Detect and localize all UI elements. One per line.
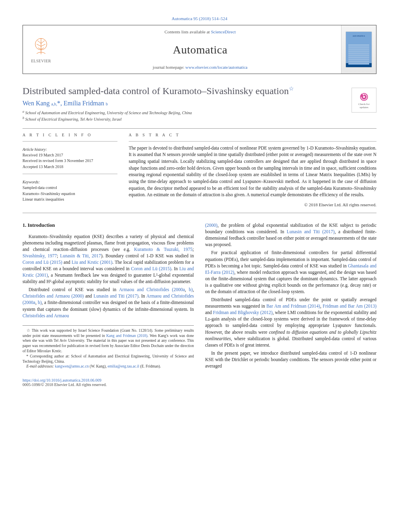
keyword-3: Linear matrix inequalities <box>23 197 117 203</box>
history-title: Article history: <box>23 147 117 152</box>
citation-link[interactable]: b) <box>189 287 193 292</box>
affiliation-a: a School of Automation and Electrical En… <box>23 109 352 116</box>
publisher-logo: ELSEVIER <box>23 25 59 74</box>
history-received: Received 19 March 2017 <box>23 152 117 158</box>
citation-link[interactable]: Kuramoto & Tsuzuki, 1975 <box>134 247 192 252</box>
affiliation-b: b School of Electrical Engineering, Tel … <box>23 116 352 122</box>
citation-link[interactable]: Sivashinsky, 1977 <box>23 253 57 258</box>
citation-link[interactable]: Coron and Lü (2015) <box>131 266 171 271</box>
citation-link[interactable]: Liu and Krstic (2001) <box>72 260 112 265</box>
abstract-text: The paper is devoted to distributed samp… <box>129 145 376 198</box>
abstract-column: A B S T R A C T The paper is devoted to … <box>129 133 376 207</box>
email-link[interactable]: emilia@eng.tau.ac.il <box>107 364 139 368</box>
footnote-correspondence: * Corresponding author at: School of Aut… <box>23 354 194 364</box>
citation-link[interactable]: Armaou and Christofides (2000a <box>119 287 185 292</box>
keywords-title: Keywords: <box>23 180 117 184</box>
homepage-link[interactable]: www.elsevier.com/locate/automatica <box>185 65 247 70</box>
paragraph: In the present paper, we introduce distr… <box>205 350 376 369</box>
section-heading: 1. Introduction <box>23 222 194 229</box>
citation-link[interactable]: b) <box>38 300 42 305</box>
divider <box>23 128 376 129</box>
copyright-line: © 2018 Elsevier Ltd. All rights reserved… <box>129 202 376 207</box>
citation-link[interactable]: Coron and Lü (2015) <box>23 260 62 265</box>
homepage-line: journal homepage: www.elsevier.com/locat… <box>153 65 248 70</box>
journal-banner: ELSEVIER Contents lists available at Sci… <box>23 25 376 74</box>
doi-link[interactable]: https://doi.org/10.1016/j.automatica.201… <box>23 378 101 382</box>
abstract-label: A B S T R A C T <box>129 133 376 137</box>
paragraph: For practical application of finite-dime… <box>205 249 376 295</box>
affiliations: a School of Automation and Electrical En… <box>23 109 352 123</box>
email-link[interactable]: kangwen@amss.ac.cn <box>55 364 88 368</box>
history-accepted: Accepted 13 March 2018 <box>23 164 117 170</box>
footnote-emails: E-mail addresses: kangwen@amss.ac.cn (W.… <box>23 364 194 369</box>
issn-line: 0005-1098/© 2018 Elsevier Ltd. All right… <box>23 382 376 387</box>
page-footer: https://doi.org/10.1016/j.automatica.201… <box>23 378 376 387</box>
publisher-name: ELSEVIER <box>31 59 51 63</box>
citation-link[interactable]: Fridman and Bar Am (2013) <box>323 304 376 308</box>
article-title-text: Distributed sampled-data control of Kura… <box>23 86 289 96</box>
updates-icon <box>358 91 370 103</box>
history-revised: Received in revised form 3 November 2017 <box>23 158 117 164</box>
paragraph: Kuramoto–Sivashinsky equation (KSE) desc… <box>23 233 194 285</box>
paragraph: Distributed sampled-data control of PDEs… <box>205 296 376 348</box>
article-info-column: A R T I C L E I N F O Article history: R… <box>23 133 117 207</box>
journal-name: Automatica <box>173 43 228 56</box>
keyword-2: Kuramoto–Sivashinsky equation <box>23 191 117 197</box>
citation-link[interactable]: Christofides and Armaou (2000) <box>23 294 84 298</box>
contents-prefix: Contents lists available at <box>165 29 211 34</box>
footnotes: ☆ This work was supported by Israel Scie… <box>23 325 194 370</box>
divider <box>23 213 376 213</box>
footnote-star: ☆ This work was supported by Israel Scie… <box>23 328 194 354</box>
body-text: 1. Introduction Kuramoto–Sivashinsky equ… <box>23 222 376 370</box>
article-info-label: A R T I C L E I N F O <box>23 133 117 137</box>
citation-link[interactable]: Lunasin and Titi (2017) <box>287 229 335 234</box>
citation-link[interactable]: Christofides and Armaou <box>23 313 69 318</box>
citation-link[interactable]: Fridman and Blighovsky (2012) <box>213 310 273 315</box>
citation-link[interactable]: Lunasin and Titi (2017) <box>93 294 138 298</box>
updates-text1: Check for <box>358 103 370 106</box>
keyword-1: Sampled-data control <box>23 185 117 191</box>
journal-center: Contents lists available at ScienceDirec… <box>59 25 341 74</box>
homepage-prefix: journal homepage: <box>153 65 185 70</box>
citation-link[interactable]: Lunasin & Titi, 2017 <box>60 253 101 258</box>
authors: Wen Kang a,b,*, Emilia Fridman b <box>23 100 352 107</box>
journal-cover-thumb <box>341 25 376 74</box>
running-head: Automatica 95 (2018) 514–524 <box>23 16 376 21</box>
citation-link[interactable]: (2000) <box>205 223 218 228</box>
citation-link[interactable]: Bar Am and Fridman (2014) <box>266 304 320 308</box>
contents-line: Contents lists available at ScienceDirec… <box>165 29 236 34</box>
title-footnote-marker: ☆ <box>289 86 294 92</box>
paragraph: Distributed control of KSE was studied i… <box>23 286 194 318</box>
article-title: Distributed sampled-data control of Kura… <box>23 85 352 97</box>
check-for-updates-badge[interactable]: Check for updates <box>352 88 376 113</box>
citation-link[interactable]: Kang and Fridman (2018) <box>106 334 147 338</box>
elsevier-tree-icon <box>30 36 52 58</box>
svg-rect-2 <box>363 96 365 98</box>
paragraph: (2000), the problem of global exponentia… <box>205 222 376 248</box>
sciencedirect-link[interactable]: ScienceDirect <box>211 29 236 34</box>
updates-text2: updates <box>360 106 368 109</box>
